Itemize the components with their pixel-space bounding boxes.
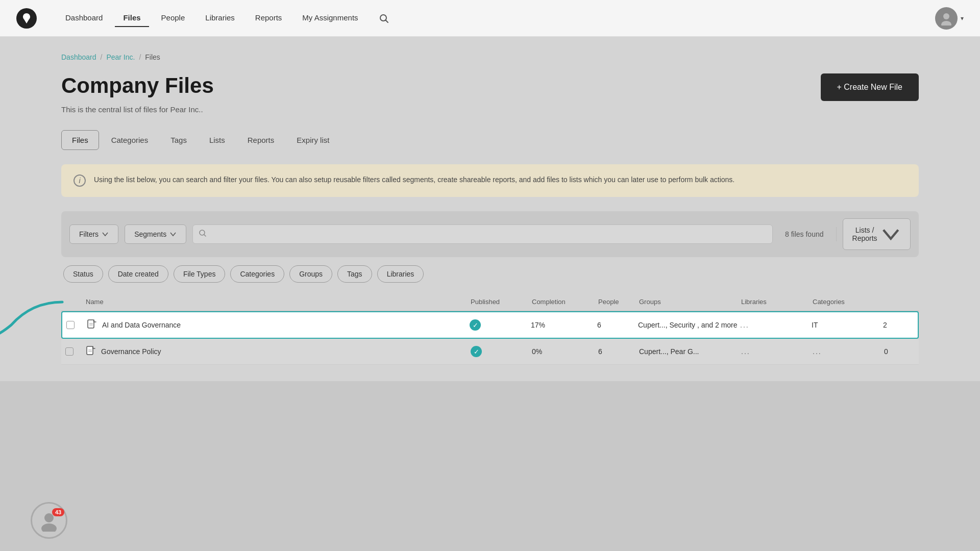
search-box — [192, 224, 773, 244]
nav-files[interactable]: Files — [115, 9, 149, 27]
table-container: Name Published Completion People Groups … — [61, 293, 919, 365]
table-row[interactable]: Governance Policy ✓ 0% 6 Cupert..., Pear… — [61, 339, 919, 365]
row1-libraries: ... — [740, 321, 812, 329]
table-col-completion: Completion — [532, 298, 598, 306]
tab-files[interactable]: Files — [61, 130, 99, 150]
filter-tag-libraries[interactable]: Libraries — [377, 265, 424, 283]
svg-line-1 — [385, 20, 388, 22]
filter-tags: Status Date created File Types Categorie… — [61, 265, 919, 283]
published-check-icon: ✓ — [470, 319, 481, 331]
table-col-people: People — [598, 298, 639, 306]
nav-libraries[interactable]: Libraries — [197, 9, 243, 27]
published-check-icon-2: ✓ — [471, 346, 482, 357]
breadcrumb-files: Files — [145, 53, 160, 61]
breadcrumb: Dashboard / Pear Inc. / Files — [61, 53, 919, 61]
table-col-groups: Groups — [639, 298, 741, 306]
tab-expiry-list[interactable]: Expiry list — [286, 130, 339, 150]
row2-groups: Cupert..., Pear G... — [639, 347, 741, 356]
nav-links: Dashboard Files People Libraries Reports… — [57, 9, 927, 28]
row2-completion: 0% — [532, 347, 598, 356]
tab-categories[interactable]: Categories — [101, 130, 159, 150]
filter-tag-status[interactable]: Status — [63, 265, 103, 283]
row1-checkbox-cell — [66, 321, 87, 329]
row2-people: 6 — [598, 347, 639, 356]
page-title: Company Files — [61, 73, 214, 98]
nav-dashboard[interactable]: Dashboard — [57, 9, 111, 27]
user-avatar — [935, 7, 958, 30]
table-row[interactable]: AI and Data Governance ✓ 17% 6 Cupert...… — [61, 311, 919, 339]
row2-checkbox[interactable] — [65, 347, 74, 356]
filters-chevron-icon — [102, 231, 109, 238]
filter-tag-groups[interactable]: Groups — [289, 265, 332, 283]
row1-categories: IT — [812, 321, 883, 329]
files-count: 8 files found — [779, 230, 830, 238]
search-input[interactable] — [192, 224, 773, 244]
breadcrumb-sep-2: / — [139, 53, 141, 61]
row1-checkbox[interactable] — [66, 321, 75, 329]
navbar: Dashboard Files People Libraries Reports… — [0, 0, 980, 37]
row2-categories: ... — [813, 347, 884, 356]
row1-people: 6 — [597, 321, 638, 329]
lists-reports-chevron-icon — [880, 224, 901, 244]
info-banner: i Using the list below, you can search a… — [61, 164, 919, 197]
breadcrumb-sep-1: / — [101, 53, 103, 61]
tab-tags[interactable]: Tags — [160, 130, 197, 150]
row1-completion: 17% — [531, 321, 597, 329]
page-title-group: Company Files — [61, 73, 214, 98]
divider — [836, 227, 837, 241]
svg-point-14 — [41, 523, 57, 532]
user-chevron-down-icon: ▾ — [961, 15, 964, 22]
nav-reports[interactable]: Reports — [247, 9, 290, 27]
segments-button[interactable]: Segments — [125, 224, 186, 244]
table-col-categories: Categories — [813, 298, 884, 306]
user-avatar-wrapper[interactable]: ▾ — [935, 7, 964, 30]
table-col-libraries: Libraries — [741, 298, 813, 306]
filters-button[interactable]: Filters — [69, 224, 118, 244]
row1-name-cell: AI and Data Governance — [87, 319, 470, 331]
nav-my-assignments[interactable]: My Assignments — [294, 9, 366, 27]
tab-reports[interactable]: Reports — [237, 130, 285, 150]
svg-line-5 — [204, 235, 206, 237]
table-col-name: Name — [86, 298, 471, 306]
tab-lists[interactable]: Lists — [199, 130, 235, 150]
bottom-user-avatar[interactable] — [31, 502, 67, 539]
nav-people[interactable]: People — [153, 9, 193, 27]
notification-badge: 43 — [52, 508, 64, 516]
filter-tag-file-types[interactable]: File Types — [174, 265, 226, 283]
table-header-checkbox — [65, 298, 86, 306]
app-logo — [16, 8, 37, 29]
breadcrumb-pear-inc[interactable]: Pear Inc. — [106, 53, 135, 61]
row1-published: ✓ — [470, 319, 531, 331]
row2-name-cell: Governance Policy — [86, 346, 471, 357]
page-subtitle: This is the central list of files for Pe… — [61, 105, 919, 114]
lists-reports-label: Lists / Reports — [852, 226, 877, 242]
create-new-file-button[interactable]: + Create New File — [821, 73, 919, 101]
row2-extra: 0 — [884, 347, 915, 356]
filter-tag-tags[interactable]: Tags — [337, 265, 372, 283]
filters-row: Filters Segments 8 files found Lists — [61, 211, 919, 257]
tabs: Files Categories Tags Lists Reports Expi… — [61, 130, 919, 150]
search-icon[interactable] — [375, 9, 393, 28]
filters-label: Filters — [79, 230, 99, 238]
file-doc-icon-2 — [86, 346, 96, 357]
row1-groups: Cupert..., Security , and 2 more — [638, 321, 740, 329]
svg-point-13 — [44, 513, 54, 522]
annotation-arrow — [0, 297, 67, 353]
info-banner-text: Using the list below, you can search and… — [94, 174, 734, 185]
lists-reports-button[interactable]: Lists / Reports — [843, 218, 911, 250]
row2-libraries: ... — [741, 347, 813, 356]
svg-rect-10 — [87, 346, 93, 355]
breadcrumb-dashboard[interactable]: Dashboard — [61, 53, 96, 61]
table-header: Name Published Completion People Groups … — [61, 293, 919, 311]
content-area: Dashboard / Pear Inc. / Files Company Fi… — [0, 37, 980, 381]
row2-checkbox-cell — [65, 347, 86, 356]
main-content: Dashboard / Pear Inc. / Files Company Fi… — [0, 37, 980, 551]
segments-label: Segments — [134, 230, 166, 238]
filter-tag-categories[interactable]: Categories — [230, 265, 284, 283]
search-box-icon — [199, 229, 207, 239]
filter-tag-date-created[interactable]: Date created — [108, 265, 168, 283]
page-header: Company Files + Create New File — [61, 73, 919, 101]
row2-file-name: Governance Policy — [101, 347, 161, 356]
row1-extra: 2 — [883, 321, 914, 329]
row2-published: ✓ — [471, 346, 532, 357]
